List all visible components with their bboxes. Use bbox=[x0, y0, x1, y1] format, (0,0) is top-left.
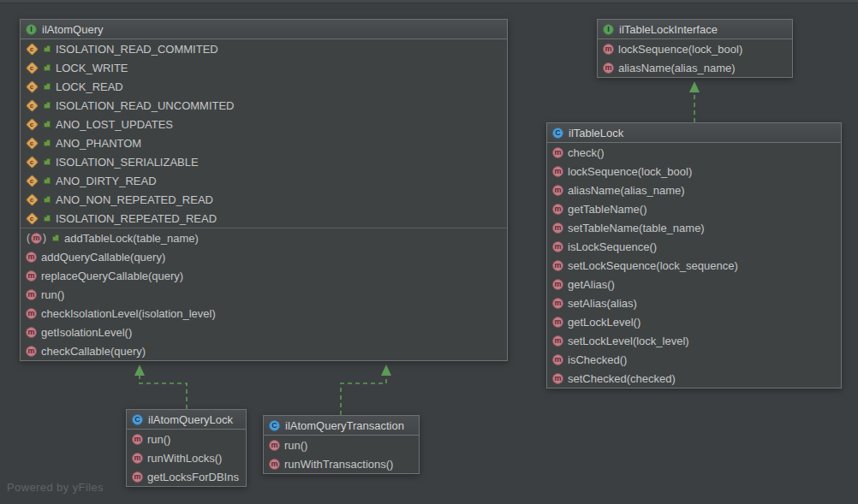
modifier-icon bbox=[43, 139, 51, 147]
method-row[interactable]: misLockSequence() bbox=[547, 237, 841, 256]
constant-icon: c bbox=[26, 193, 39, 206]
constant-icon: c bbox=[26, 42, 39, 56]
field-label: ANO_LOST_UPDATES bbox=[56, 118, 173, 131]
method-row[interactable]: mrun() bbox=[21, 285, 507, 304]
method-icon: m bbox=[552, 317, 563, 328]
method-row[interactable]: msetLockSequence(lock_sequence) bbox=[547, 256, 841, 275]
method-row[interactable]: mcheckIsolationLevel(isolation_level) bbox=[21, 304, 507, 323]
class-node-ilAtomQuery[interactable]: IilAtomQuerycISOLATION_READ_COMMITEDcLOC… bbox=[20, 19, 508, 361]
class-node-ilAtomQueryLock[interactable]: CilAtomQueryLockmrun()mrunWithLocks()mge… bbox=[126, 409, 247, 487]
method-label: checkIsolationLevel(isolation_level) bbox=[41, 307, 216, 320]
field-row[interactable]: cANO_LOST_UPDATES bbox=[21, 115, 507, 133]
class-header[interactable]: CilTableLock bbox=[547, 123, 841, 143]
method-row[interactable]: maddQueryCallable(query) bbox=[21, 247, 507, 266]
method-label: run() bbox=[284, 439, 307, 452]
field-label: ISOLATION_SERIALIZABLE bbox=[56, 156, 199, 169]
method-icon: m bbox=[26, 346, 37, 357]
method-row[interactable]: mgetLocksForDBIns bbox=[127, 467, 246, 486]
edge-ilTableLock-to-ilTableLockInterface bbox=[689, 81, 700, 122]
method-row[interactable]: mreplaceQueryCallable(query) bbox=[21, 266, 507, 285]
method-row[interactable]: mlockSequence(lock_bool) bbox=[598, 39, 792, 58]
method-label: getLocksForDBIns bbox=[147, 471, 239, 483]
method-icon: m bbox=[603, 44, 614, 55]
method-row[interactable]: mrun() bbox=[264, 436, 419, 454]
method-icon: m bbox=[552, 335, 563, 347]
method-row[interactable]: mgetTableName() bbox=[547, 199, 841, 218]
method-icon: m bbox=[26, 308, 37, 319]
field-label: ISOLATION_READ_COMMITED bbox=[56, 43, 218, 56]
field-row[interactable]: cISOLATION_SERIALIZABLE bbox=[21, 152, 507, 171]
class-title: ilAtomQueryLock bbox=[148, 413, 233, 426]
modifier-icon bbox=[43, 157, 51, 166]
method-row[interactable]: misChecked() bbox=[547, 350, 841, 369]
class-node-ilTableLockInterface[interactable]: IilTableLockInterfacemlockSequence(lock_… bbox=[597, 19, 793, 78]
method-icon: m bbox=[552, 222, 563, 234]
method-row[interactable]: mrunWithTransactions() bbox=[264, 454, 419, 473]
field-row[interactable]: cANO_DIRTY_READ bbox=[21, 171, 507, 190]
method-label: lockSequence(lock_bool) bbox=[568, 165, 692, 178]
method-icon: m bbox=[552, 185, 563, 196]
method-icon: m bbox=[552, 279, 563, 290]
method-icon: m bbox=[552, 204, 563, 215]
interface-icon: I bbox=[26, 24, 37, 35]
method-label: getTableName() bbox=[568, 203, 647, 216]
field-row[interactable]: cISOLATION_REPEATED_READ bbox=[21, 209, 507, 228]
method-row[interactable]: maliasName(alias_name) bbox=[598, 58, 792, 77]
class-node-ilTableLock[interactable]: CilTableLockmcheck()mlockSequence(lock_b… bbox=[546, 122, 842, 388]
method-row[interactable]: msetTableName(table_name) bbox=[547, 218, 841, 237]
method-row[interactable]: (m)addTableLock(table_name) bbox=[21, 228, 507, 247]
field-row[interactable]: cISOLATION_READ_COMMITED bbox=[21, 39, 507, 58]
method-label: aliasName(alias_name) bbox=[618, 62, 736, 74]
method-label: isChecked() bbox=[568, 353, 627, 366]
field-row[interactable]: cANO_PHANTOM bbox=[21, 133, 507, 152]
method-row[interactable]: mcheckCallable(query) bbox=[21, 341, 507, 360]
method-row[interactable]: mgetLockLevel() bbox=[547, 312, 841, 331]
method-row[interactable]: mrunWithLocks() bbox=[127, 448, 246, 467]
edge-ilAtomQueryLock-to-ilAtomQuery bbox=[134, 365, 187, 409]
class-node-ilAtomQueryTransaction[interactable]: CilAtomQueryTransactionmrun()mrunWithTra… bbox=[263, 415, 420, 474]
method-icon: m bbox=[132, 453, 143, 464]
modifier-icon bbox=[43, 101, 51, 110]
constant-icon: c bbox=[26, 155, 39, 169]
method-icon: m bbox=[26, 270, 37, 282]
field-row[interactable]: cLOCK_WRITE bbox=[21, 58, 507, 77]
method-row[interactable]: mgetAlias() bbox=[547, 275, 841, 294]
method-row[interactable]: msetLockLevel(lock_level) bbox=[547, 331, 841, 350]
modifier-icon bbox=[43, 195, 51, 204]
method-row[interactable]: mgetIsolationLevel() bbox=[21, 323, 507, 341]
constant-icon: c bbox=[26, 61, 39, 74]
method-label: setAlias(alias) bbox=[568, 297, 637, 310]
constant-icon: c bbox=[26, 211, 39, 225]
method-row[interactable]: mcheck() bbox=[547, 143, 841, 162]
constant-icon: c bbox=[26, 136, 39, 150]
field-row[interactable]: cLOCK_READ bbox=[21, 77, 507, 96]
class-header[interactable]: IilTableLockInterface bbox=[598, 20, 792, 39]
diagram-canvas[interactable]: IilAtomQuerycISOLATION_READ_COMMITEDcLOC… bbox=[0, 0, 858, 504]
method-icon: m bbox=[552, 354, 563, 365]
class-title: ilAtomQueryTransaction bbox=[285, 419, 404, 432]
field-row[interactable]: cISOLATION_READ_UNCOMMITED bbox=[21, 96, 507, 115]
class-header[interactable]: CilAtomQueryTransaction bbox=[264, 416, 419, 436]
field-row[interactable]: cANO_NON_REPEATED_READ bbox=[21, 190, 507, 209]
abstract-method-icon: (m) bbox=[26, 232, 47, 244]
method-row[interactable]: maliasName(alias_name) bbox=[547, 181, 841, 199]
field-label: LOCK_WRITE bbox=[56, 62, 128, 74]
method-label: isLockSequence() bbox=[568, 240, 657, 253]
yfiles-watermark: Powered by yFiles bbox=[7, 481, 104, 494]
method-label: lockSequence(lock_bool) bbox=[618, 43, 742, 56]
method-icon: m bbox=[132, 471, 143, 483]
class-title: ilTableLock bbox=[569, 127, 623, 139]
method-row[interactable]: mrun() bbox=[127, 430, 246, 448]
method-label: getLockLevel() bbox=[568, 316, 641, 329]
method-label: runWithLocks() bbox=[147, 452, 222, 465]
method-icon: m bbox=[132, 434, 143, 445]
class-header[interactable]: CilAtomQueryLock bbox=[127, 410, 246, 430]
method-label: aliasName(alias_name) bbox=[568, 184, 685, 197]
method-icon: m bbox=[26, 252, 37, 263]
method-row[interactable]: msetAlias(alias) bbox=[547, 294, 841, 312]
modifier-icon bbox=[51, 234, 60, 242]
method-row[interactable]: msetChecked(checked) bbox=[547, 369, 841, 388]
method-row[interactable]: mlockSequence(lock_bool) bbox=[547, 162, 841, 181]
class-header[interactable]: IilAtomQuery bbox=[21, 20, 507, 39]
field-label: LOCK_READ bbox=[56, 80, 123, 93]
